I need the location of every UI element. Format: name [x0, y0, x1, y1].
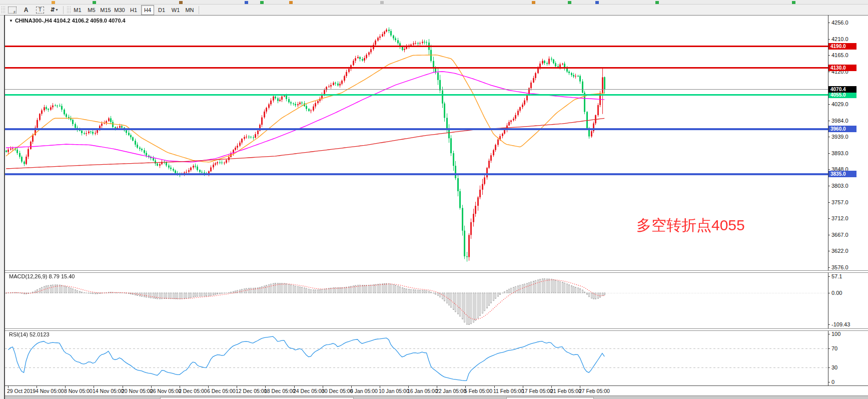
price-axis-label: 3757.0 — [831, 199, 848, 205]
level-line-4190.0[interactable] — [5, 46, 828, 47]
rsi-axis-label: 30 — [831, 364, 837, 370]
chart-title-text: CHINA300-,H4 4104.2 4106.2 4059.0 4070.4 — [15, 18, 126, 24]
date-tick — [37, 386, 37, 388]
date-label: 18 Dec 05:00 — [264, 388, 295, 394]
price-axis-label: 3803.0 — [831, 183, 848, 189]
chevron-down-icon: ▾ — [56, 8, 58, 12]
date-label: 17 Feb 05:00 — [522, 388, 553, 394]
date-tick — [123, 386, 123, 388]
level-line-4130.0[interactable] — [5, 67, 828, 69]
level-line-3835.0[interactable] — [5, 173, 828, 175]
date-tick — [208, 386, 209, 388]
date-label: 6 Jan 05:00 — [350, 388, 378, 394]
clipped-panel — [160, 397, 354, 399]
level-price-badge: 4130.0 — [828, 65, 856, 71]
chart-window: ▼CHINA300-,H4 4104.2 4106.2 4059.0 4070.… — [4, 15, 868, 399]
clipped-icon — [595, 1, 599, 4]
tf-button-D1[interactable]: D1 — [155, 5, 168, 15]
mt4-window: { "toolbar": { "tools": [ {"id": "fibona… — [0, 0, 868, 399]
date-label: 11 Feb 05:00 — [493, 388, 524, 394]
level-line-3960.0[interactable] — [5, 128, 828, 130]
date-tick — [408, 386, 409, 388]
date-label: 2 Dec 05:00 — [179, 388, 207, 394]
date-tick — [523, 386, 523, 388]
date-tick — [8, 386, 9, 388]
date-label: 21 Feb 05:00 — [550, 388, 581, 394]
current-price-badge: 4070.4 — [828, 86, 856, 93]
rsi-axis-label: 100 — [831, 331, 840, 337]
fibonacci-icon: F — [8, 7, 17, 14]
clipped-icon — [792, 1, 795, 4]
rsi-axis-label: 70 — [831, 345, 837, 351]
macd-axis-label: -109.43 — [831, 321, 850, 327]
text-icon: T — [36, 7, 44, 14]
tf-button-M1[interactable]: M1 — [71, 5, 84, 15]
fibonacci-tool-button[interactable]: F — [6, 5, 19, 15]
date-label: 20 Nov 05:00 — [122, 388, 153, 394]
clipped-icon — [260, 1, 264, 4]
date-label: 30 Dec 05:00 — [322, 388, 353, 394]
clipped-icon — [289, 1, 293, 4]
level-line-4055.0[interactable] — [5, 94, 828, 96]
date-label: 14 Nov 05:00 — [93, 388, 124, 394]
rsi-canvas[interactable] — [5, 330, 828, 385]
date-tick — [94, 386, 94, 388]
text-label-tool-button[interactable]: A — [20, 5, 33, 15]
text-label-icon: A — [24, 7, 29, 14]
date-label: 8 Nov 05:00 — [64, 388, 93, 394]
level-price-badge: 4190.0 — [828, 43, 856, 50]
toolbar-drag-handle[interactable] — [1, 6, 5, 14]
price-axis-label: 3893.0 — [831, 150, 848, 156]
date-label: 12 Dec 05:00 — [236, 388, 267, 394]
date-axis[interactable]: 29 Oct 20194 Nov 05:008 Nov 05:0014 Nov … — [5, 385, 868, 396]
clipped-icon — [532, 1, 535, 4]
date-tick — [151, 386, 152, 388]
price-axis-label: 4029.0 — [831, 101, 848, 107]
toolbar-drag-handle[interactable] — [67, 6, 71, 14]
panel-separator[interactable] — [5, 328, 868, 331]
arrows-tool-button[interactable]: ⇵▾ — [48, 5, 61, 15]
clipped-bottom-bar — [5, 395, 868, 399]
price-axis-label: 3667.0 — [831, 232, 848, 238]
toolbar-separator — [199, 6, 199, 14]
clipped-panel — [506, 397, 594, 399]
tf-button-MN[interactable]: MN — [183, 5, 196, 15]
price-axis-label: 3939.0 — [831, 134, 848, 140]
panel-separator[interactable] — [5, 270, 868, 273]
date-label: 5 Feb 05:00 — [464, 388, 492, 394]
clipped-icon — [93, 1, 96, 4]
chart-dropdown-icon[interactable]: ▼ — [9, 19, 13, 23]
tf-button-M30[interactable]: M30 — [113, 5, 126, 15]
price-axis-label: 3712.0 — [831, 215, 848, 221]
price-axis-label: 3576.0 — [831, 264, 848, 270]
chart-toolbar: F A T ⇵▾ M1M5M15M30H1H4D1W1MN — [0, 5, 868, 16]
date-tick — [180, 386, 180, 388]
price-axis-label: 3984.0 — [831, 118, 848, 124]
macd-canvas[interactable] — [5, 272, 828, 328]
price-axis-label: 3622.0 — [831, 248, 848, 254]
macd-axis-label: 0.00 — [831, 290, 842, 296]
price-axis-label: 4165.0 — [831, 52, 848, 58]
arrows-icon: ⇵ — [50, 7, 55, 13]
date-label: 27 Feb 05:00 — [579, 388, 610, 394]
clipped-icon — [245, 1, 248, 4]
clipped-toolbar-row — [0, 0, 868, 5]
date-tick — [551, 386, 552, 388]
clipped-icon — [655, 1, 659, 4]
tf-button-M5[interactable]: M5 — [85, 5, 98, 15]
tf-button-W1[interactable]: W1 — [169, 5, 182, 15]
clipped-icon — [179, 1, 183, 4]
current-price-line — [5, 89, 828, 90]
date-label: 29 Oct 2019 — [7, 388, 36, 394]
text-annotation[interactable]: 多空转折点4055 — [636, 215, 745, 236]
chart-title[interactable]: ▼CHINA300-,H4 4104.2 4106.2 4059.0 4070.… — [9, 18, 126, 24]
date-label: 6 Dec 05:00 — [207, 388, 236, 394]
tf-button-H4[interactable]: H4 — [141, 5, 154, 15]
level-price-badge: 3835.0 — [828, 171, 856, 177]
timeframe-group: M1M5M15M30H1H4D1W1MN — [71, 5, 197, 15]
date-label: 4 Nov 05:00 — [36, 388, 64, 394]
tf-button-M15[interactable]: M15 — [99, 5, 112, 15]
date-tick — [580, 386, 580, 388]
text-tool-button[interactable]: T — [34, 5, 47, 15]
tf-button-H1[interactable]: H1 — [127, 5, 140, 15]
